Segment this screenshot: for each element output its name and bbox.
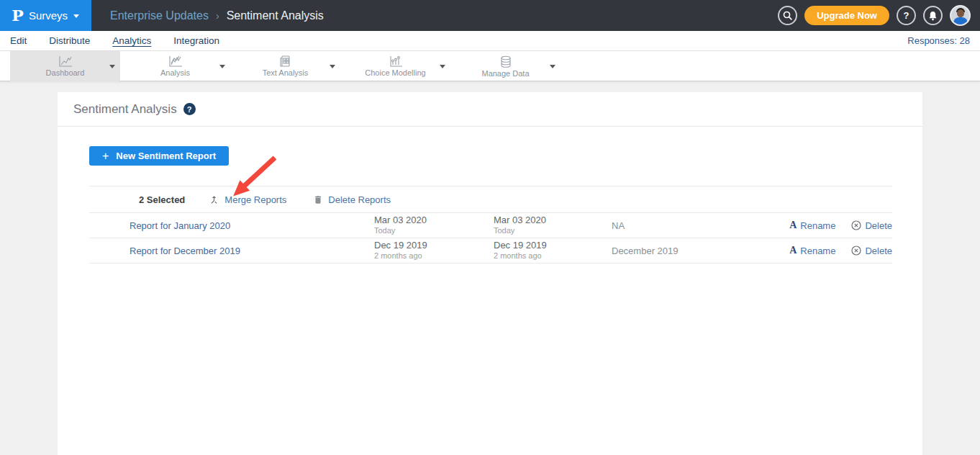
breadcrumb-separator-icon: › bbox=[216, 10, 219, 22]
card-header: Sentiment Analysis ? bbox=[58, 92, 922, 127]
question-mark-icon: ? bbox=[904, 10, 909, 21]
tab-label: Text Analysis bbox=[263, 68, 309, 77]
notifications-button[interactable] bbox=[923, 6, 943, 25]
bulk-actions-bar: 2 Selected Merge Reports Delete Reports bbox=[89, 186, 892, 213]
sentiment-analysis-card: Sentiment Analysis ? + New Sentiment Rep… bbox=[58, 92, 922, 455]
search-button[interactable] bbox=[778, 6, 797, 25]
breadcrumb-survey-name[interactable]: Enterprise Updates bbox=[110, 9, 209, 22]
trash-icon bbox=[313, 194, 323, 205]
card-body: + New Sentiment Report 2 Selected Merge … bbox=[58, 127, 922, 263]
rename-a-icon: A bbox=[789, 220, 797, 231]
chevron-down-icon bbox=[73, 14, 79, 18]
created-date: Mar 03 2020 bbox=[374, 215, 494, 225]
new-sentiment-report-button[interactable]: + New Sentiment Report bbox=[89, 146, 229, 166]
tab-label: Manage Data bbox=[481, 69, 529, 78]
delete-label: Delete bbox=[865, 245, 892, 256]
text-analysis-doc-icon bbox=[279, 55, 292, 68]
delete-reports-button[interactable]: Delete Reports bbox=[313, 194, 391, 205]
chevron-down-icon[interactable] bbox=[440, 65, 445, 68]
analytics-toolbar: Dashboard Analysis Text Analysis Choice … bbox=[0, 51, 980, 81]
merge-reports-label: Merge Reports bbox=[224, 194, 286, 205]
database-icon bbox=[499, 55, 512, 68]
rename-label: Rename bbox=[800, 245, 835, 256]
rename-button[interactable]: ARename bbox=[789, 220, 835, 231]
tab-label: Analysis bbox=[160, 68, 190, 77]
bell-icon bbox=[928, 11, 938, 21]
main-area: Sentiment Analysis ? + New Sentiment Rep… bbox=[0, 81, 980, 455]
report-tag: December 2019 bbox=[612, 245, 777, 256]
merge-icon bbox=[209, 194, 219, 205]
chevron-down-icon[interactable] bbox=[550, 65, 555, 68]
tab-label: Choice Modelling bbox=[365, 68, 425, 77]
dashboard-line-chart-icon bbox=[58, 55, 73, 68]
delete-circle-x-icon bbox=[851, 245, 861, 256]
nav-item-analytics[interactable]: Analytics bbox=[112, 35, 151, 46]
created-date-relative: Today bbox=[374, 226, 494, 235]
tab-dashboard[interactable]: Dashboard bbox=[10, 51, 120, 81]
surveys-app-switcher[interactable]: P Surveys bbox=[0, 0, 91, 31]
nav-item-integration[interactable]: Integration bbox=[173, 35, 219, 46]
rename-a-icon: A bbox=[789, 245, 797, 256]
chevron-down-icon[interactable] bbox=[219, 65, 225, 68]
choice-modelling-chart-icon bbox=[388, 55, 404, 68]
new-report-label: New Sentiment Report bbox=[116, 150, 216, 161]
topbar-actions: Upgrade Now ? bbox=[778, 5, 980, 26]
breadcrumb: Enterprise Updates › Sentiment Analysis bbox=[110, 9, 324, 22]
analysis-chart-icon bbox=[168, 55, 183, 68]
chevron-down-icon[interactable] bbox=[330, 65, 335, 68]
modified-date: Dec 19 2019 bbox=[494, 240, 612, 250]
modified-date-relative: 2 months ago bbox=[494, 251, 612, 261]
rename-button[interactable]: ARename bbox=[789, 245, 835, 256]
tab-text-analysis[interactable]: Text Analysis bbox=[230, 51, 340, 81]
upgrade-now-button[interactable]: Upgrade Now bbox=[804, 6, 889, 25]
tab-analysis[interactable]: Analysis bbox=[120, 51, 230, 81]
question-mark-icon: ? bbox=[187, 105, 192, 114]
tab-choice-modelling[interactable]: Choice Modelling bbox=[340, 51, 450, 81]
survey-section-nav: Edit Distribute Analytics Integration Re… bbox=[0, 31, 980, 51]
rename-label: Rename bbox=[800, 220, 835, 231]
product-name: Surveys bbox=[29, 9, 68, 22]
page-title: Sentiment Analysis bbox=[73, 102, 177, 117]
nav-item-distribute[interactable]: Distribute bbox=[49, 35, 90, 46]
responses-count: Responses: 28 bbox=[907, 35, 970, 46]
modified-date-relative: Today bbox=[494, 226, 612, 235]
page-help-button[interactable]: ? bbox=[183, 103, 196, 115]
search-icon bbox=[783, 11, 793, 21]
delete-button[interactable]: Delete bbox=[851, 245, 892, 256]
created-date: Dec 19 2019 bbox=[374, 240, 494, 250]
nav-item-edit[interactable]: Edit bbox=[10, 35, 27, 46]
help-button[interactable]: ? bbox=[897, 6, 916, 25]
report-name-link[interactable]: Report for December 2019 bbox=[130, 245, 240, 256]
report-name-link[interactable]: Report for January 2020 bbox=[130, 220, 230, 231]
merge-reports-button[interactable]: Merge Reports bbox=[209, 194, 286, 205]
selected-count: 2 Selected bbox=[139, 194, 185, 205]
proprofs-logo: P bbox=[12, 7, 24, 24]
tab-label: Dashboard bbox=[46, 68, 85, 77]
delete-reports-label: Delete Reports bbox=[328, 194, 391, 205]
report-row: Report for December 2019 Dec 19 2019 2 m… bbox=[89, 238, 892, 263]
delete-circle-x-icon bbox=[851, 220, 861, 230]
created-date-relative: 2 months ago bbox=[374, 251, 494, 261]
plus-icon: + bbox=[102, 150, 109, 163]
user-avatar[interactable] bbox=[950, 5, 971, 26]
report-row: Report for January 2020 Mar 03 2020 Toda… bbox=[89, 213, 892, 238]
delete-button[interactable]: Delete bbox=[851, 220, 892, 231]
breadcrumb-current-page: Sentiment Analysis bbox=[227, 9, 324, 22]
modified-date: Mar 03 2020 bbox=[494, 215, 612, 225]
tab-manage-data[interactable]: Manage Data bbox=[450, 51, 561, 81]
report-tag: NA bbox=[612, 220, 777, 231]
chevron-down-icon[interactable] bbox=[109, 65, 115, 68]
top-bar: P Surveys Enterprise Updates › Sentiment… bbox=[0, 0, 980, 31]
delete-label: Delete bbox=[865, 220, 892, 231]
